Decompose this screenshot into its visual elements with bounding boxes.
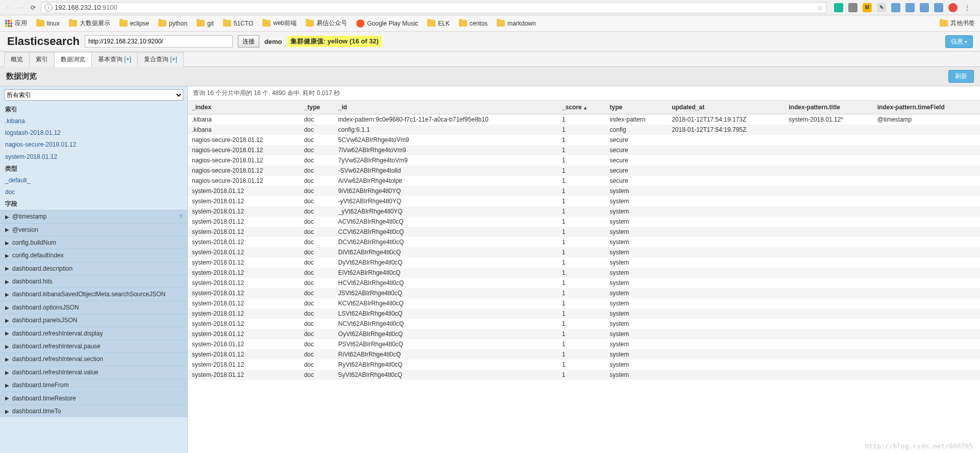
forward-button[interactable]: →: [16, 3, 26, 12]
table-row[interactable]: nagios-secure-2018.01.12doc7iVw62ABIrRhg…: [188, 145, 980, 155]
bookmark-item[interactable]: linux: [36, 20, 60, 27]
table-row[interactable]: system-2018.01.12docDyVt62ABIrRhge4tl0cQ…: [188, 257, 980, 268]
reload-button[interactable]: ⟳: [29, 3, 38, 12]
bookmark-item[interactable]: 51CTO: [223, 20, 253, 27]
table-row[interactable]: system-2018.01.12docOyVt62ABIrRhge4tl0cQ…: [188, 329, 980, 339]
bookmark-item[interactable]: python: [158, 20, 187, 27]
help-icon[interactable]: ?: [179, 212, 182, 222]
table-row[interactable]: system-2018.01.12docSyVt62ABIrRhge4tl0cQ…: [188, 370, 980, 380]
bookmark-item[interactable]: 易信公众号: [306, 19, 347, 28]
table-row[interactable]: system-2018.01.12docEiVt62ABIrRhge4tl0cQ…: [188, 268, 980, 278]
sidebar-field-item[interactable]: ▶dashboard.timeTo: [0, 404, 187, 417]
ext-icon-7[interactable]: [934, 3, 943, 12]
column-header[interactable]: _type: [300, 101, 334, 114]
ext-icon-4[interactable]: [891, 3, 900, 12]
index-select[interactable]: 所有索引: [4, 89, 183, 101]
bookmark-item[interactable]: eclipse: [119, 20, 149, 27]
es-url-input[interactable]: [85, 35, 233, 47]
table-row[interactable]: system-2018.01.12docNCVt62ABIrRhge4tl0cQ…: [188, 319, 980, 329]
sidebar-field-item[interactable]: ▶dashboard.timeFrom: [0, 378, 187, 391]
table-row[interactable]: system-2018.01.12docRyVt62ABIrRhge4tl0cQ…: [188, 360, 980, 370]
sidebar-index-item[interactable]: logstash-2018.01.12: [0, 127, 187, 139]
sidebar-type-item[interactable]: doc: [0, 186, 187, 198]
ext-icon-pencil[interactable]: ✎: [877, 3, 886, 12]
column-header[interactable]: index-pattern.title: [785, 101, 873, 114]
ext-icon-2[interactable]: [848, 3, 857, 12]
sidebar-type-item[interactable]: _default_: [0, 175, 187, 186]
address-bar[interactable]: i 192.168.232.10:9100 ☆: [41, 2, 827, 13]
sidebar-index-item[interactable]: .kibana: [0, 115, 187, 127]
ext-icon-1[interactable]: [834, 3, 843, 12]
tab-indices[interactable]: 索引: [29, 52, 55, 67]
table-row[interactable]: .kibanadocindex-pattern:9c0e9680-f7c1-11…: [188, 114, 980, 125]
column-header[interactable]: _score: [558, 101, 605, 114]
refresh-button[interactable]: 刷新: [948, 70, 974, 83]
table-row[interactable]: system-2018.01.12doc-yVt62ABIrRhge4tl0YQ…: [188, 196, 980, 206]
sidebar-field-item[interactable]: ▶dashboard.description: [0, 262, 187, 275]
table-row[interactable]: nagios-secure-2018.01.12doc-SVw62ABIrRhg…: [188, 165, 980, 176]
bookmark-item[interactable]: web前端: [262, 19, 297, 28]
ext-icon-adblock[interactable]: [948, 3, 958, 12]
table-row[interactable]: nagios-secure-2018.01.12doc5CVw62ABIrRhg…: [188, 135, 980, 145]
site-info-icon[interactable]: i: [44, 4, 53, 12]
info-button[interactable]: 信息: [945, 35, 973, 48]
sidebar-field-item[interactable]: ▶dashboard.panelsJSON: [0, 314, 187, 326]
table-row[interactable]: system-2018.01.12docDiVt62ABIrRhge4tl0cQ…: [188, 247, 980, 257]
sidebar-field-item[interactable]: ▶@timestamp?: [0, 210, 187, 223]
sidebar-field-item[interactable]: ▶@version: [0, 223, 187, 236]
column-header[interactable]: index-pattern.timeField: [873, 101, 980, 114]
bookmark-item[interactable]: Google Play Music: [356, 19, 418, 28]
table-row[interactable]: system-2018.01.12docPSVt62ABIrRhge4tl0cQ…: [188, 339, 980, 349]
table-row[interactable]: system-2018.01.12docLSVt62ABIrRhge4tl0cQ…: [188, 308, 980, 319]
expand-icon: ▶: [5, 225, 9, 234]
bookmark-item[interactable]: markdown: [497, 20, 535, 27]
browser-nav-bar: ← → ⟳ i 192.168.232.10:9100 ☆ M ✎ ⋮: [0, 0, 980, 15]
column-header[interactable]: updated_at: [668, 101, 785, 114]
sidebar-field-item[interactable]: ▶dashboard.timeRestore: [0, 392, 187, 404]
sidebar-field-item[interactable]: ▶dashboard.optionsJSON: [0, 301, 187, 314]
table-row[interactable]: system-2018.01.12docJSVt62ABIrRhge4tl0cQ…: [188, 288, 980, 298]
ext-icon-5[interactable]: [905, 3, 915, 12]
tab-basic-query[interactable]: 基本查询 [+]: [91, 52, 138, 67]
bookmark-item[interactable]: git: [197, 20, 214, 27]
column-header[interactable]: _id: [334, 101, 558, 114]
bookmark-star-icon[interactable]: ☆: [817, 4, 823, 12]
sidebar-field-item[interactable]: ▶dashboard.refreshInterval.section: [0, 352, 187, 365]
sidebar-field-item[interactable]: ▶dashboard.kibanaSavedObjectMeta.searchS…: [0, 288, 187, 300]
table-row[interactable]: system-2018.01.12docRiVt62ABIrRhge4tl0cQ…: [188, 349, 980, 360]
bookmark-other[interactable]: 其他书签: [940, 19, 975, 28]
tab-overview[interactable]: 概览: [4, 52, 30, 67]
table-row[interactable]: system-2018.01.12docKCVt62ABIrRhge4tl0cQ…: [188, 298, 980, 308]
table-row[interactable]: system-2018.01.12docDCVt62ABIrRhge4tl0cQ…: [188, 237, 980, 247]
sidebar-index-item[interactable]: system-2018.01.12: [0, 151, 187, 163]
sidebar-field-item[interactable]: ▶config.buildNum: [0, 236, 187, 249]
back-button[interactable]: ←: [4, 3, 13, 12]
ext-icon-6[interactable]: [920, 3, 929, 12]
table-row[interactable]: system-2018.01.12doc_yVt62ABIrRhge4tl0YQ…: [188, 206, 980, 217]
sidebar-field-item[interactable]: ▶dashboard.hits: [0, 275, 187, 288]
column-header[interactable]: type: [606, 101, 668, 114]
expand-icon: ▶: [5, 355, 9, 364]
bookmark-item[interactable]: centos: [459, 20, 487, 27]
bookmark-item[interactable]: 大数据展示: [69, 19, 110, 28]
tab-browser[interactable]: 数据浏览: [54, 52, 92, 67]
table-row[interactable]: nagios-secure-2018.01.12docAiVw62ABIrRhg…: [188, 176, 980, 186]
table-row[interactable]: system-2018.01.12docCCVt62ABIrRhge4tl0cQ…: [188, 227, 980, 237]
connect-button[interactable]: 连接: [238, 35, 259, 47]
bookmark-apps[interactable]: 应用: [5, 19, 27, 28]
browser-menu-icon[interactable]: ⋮: [963, 3, 972, 12]
sidebar-field-item[interactable]: ▶dashboard.refreshInterval.value: [0, 366, 187, 378]
table-row[interactable]: system-2018.01.12doc9iVt62ABIrRhge4tl0YQ…: [188, 186, 980, 196]
table-row[interactable]: nagios-secure-2018.01.12doc7yVw62ABIrRhg…: [188, 155, 980, 165]
column-header[interactable]: _index: [188, 101, 300, 114]
sidebar-index-item[interactable]: nagios-secure-2018.01.12: [0, 139, 187, 151]
tab-compound-query[interactable]: 复合查询 [+]: [137, 52, 184, 67]
sidebar-field-item[interactable]: ▶config.defaultIndex: [0, 249, 187, 261]
table-row[interactable]: system-2018.01.12docHCVt62ABIrRhge4tl0cQ…: [188, 278, 980, 288]
bookmark-item[interactable]: ELK: [427, 20, 450, 27]
ext-icon-m[interactable]: M: [863, 3, 872, 12]
sidebar-field-item[interactable]: ▶dashboard.refreshInterval.pause: [0, 340, 187, 352]
sidebar-field-item[interactable]: ▶dashboard.refreshInterval.display: [0, 327, 187, 340]
table-row[interactable]: system-2018.01.12docACVt62ABIrRhge4tl0cQ…: [188, 217, 980, 227]
table-row[interactable]: .kibanadocconfig:6.1.11config2018-01-12T…: [188, 125, 980, 135]
